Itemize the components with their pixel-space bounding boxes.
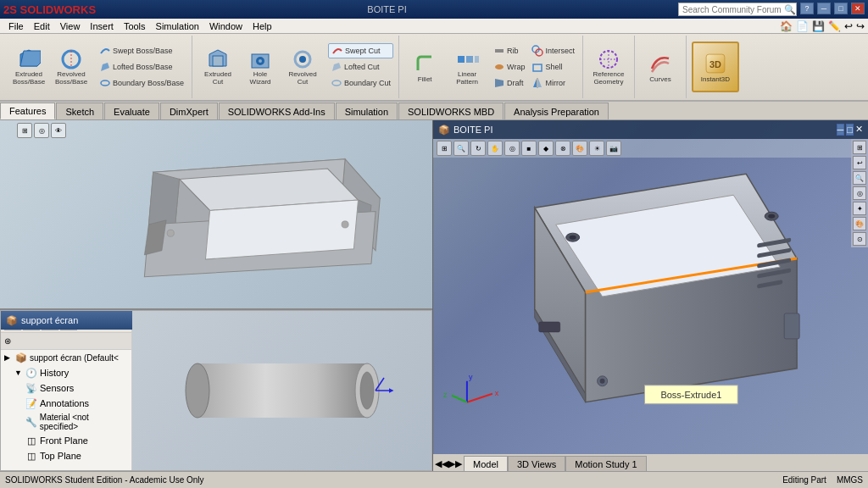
shell-button[interactable]: Shell [529,59,577,75]
tree-root-item[interactable]: ▶ 📦 support écran (Default< [1,350,131,365]
title-left: 2S SOLIDWORKS [3,3,96,16]
menu-bar: File Edit View Insert Tools Simulation W… [0,19,868,34]
hole-wizard-button[interactable]: HoleWizard [240,44,281,90]
tab-sketch[interactable]: Sketch [56,103,103,119]
revolved-boss-base-button[interactable]: RevolvedBoss/Base [51,44,92,90]
lofted-cut-label: Lofted Cut [344,63,380,71]
tab-dimxpert[interactable]: DimXpert [160,103,218,119]
menu-edit[interactable]: Edit [29,19,55,34]
view-hide-btn[interactable]: 👁 [51,123,66,138]
fillet-button[interactable]: Fillet [404,44,445,90]
boundary-cut-button[interactable]: Boundary Cut [328,75,393,91]
model-tab-3dviews[interactable]: 3D Views [508,456,565,471]
tree-sensors-label: Sensors [40,383,74,393]
reference-buttons: ReferenceGeometry [588,37,629,97]
rt-btn-4[interactable]: ◎ [853,186,866,200]
tree-annotations-item[interactable]: 📝 Annotations [1,396,131,411]
tab-simulation[interactable]: Simulation [336,103,398,119]
linear-pattern-icon [455,47,479,71]
menu-window[interactable]: Window [204,19,248,34]
reference-geometry-button[interactable]: ReferenceGeometry [588,44,629,90]
swept-boss-label: Swept Boss/Base [113,47,173,55]
revolved-cut-button[interactable]: RevolvedCut [282,44,323,90]
tab-scroll-arrows[interactable]: ◀◀▶▶ [433,457,464,471]
swept-boss-button[interactable]: Swept Boss/Base [97,43,186,58]
tree-history-item[interactable]: ▼ 🕐 History [1,365,131,380]
right-close-btn[interactable]: ✕ [855,124,863,136]
boundary-cut-label: Boundary Cut [344,79,391,87]
menu-help[interactable]: Help [248,19,277,34]
swept-cut-label: Swept Cut [345,47,381,55]
menu-tools[interactable]: Tools [119,19,151,34]
rt-btn-5[interactable]: ✦ [853,202,866,215]
rt-btn-7[interactable]: ⊙ [853,232,866,246]
rib-button[interactable]: Rib [491,43,527,58]
model-tab-motion[interactable]: Motion Study 1 [565,456,646,471]
lofted-boss-label: Lofted Boss/Base [113,63,173,71]
tree-front-plane-item[interactable]: ◫ Front Plane [1,433,131,448]
search-bar[interactable]: 🔍 [678,3,797,16]
rt-btn-6[interactable]: 🎨 [853,217,866,230]
tab-evaluate[interactable]: Evaluate [104,103,159,119]
menu-view[interactable]: View [55,19,86,34]
top-viewport[interactable]: ⊞ ◎ 👁 [0,120,432,310]
search-icon[interactable]: 🔍 [784,4,796,15]
lofted-boss-button[interactable]: Lofted Boss/Base [97,59,186,75]
menu-insert[interactable]: Insert [85,19,119,34]
tab-features[interactable]: Features [0,103,55,119]
view-orient-btn[interactable]: ⊞ [17,123,32,138]
lofted-cut-button[interactable]: Lofted Cut [328,59,393,75]
minimize-button[interactable]: ─ [817,3,831,14]
linear-pattern-button[interactable]: LinearPattern [447,44,487,90]
search-input[interactable] [682,5,784,14]
mirror-button[interactable]: Mirror [529,75,577,91]
tree-root-label: support écran (Default< [30,353,119,363]
svg-text:3D: 3D [709,58,721,69]
svg-point-5 [101,80,109,86]
extruded-boss-base-button[interactable]: ExtrudedBoss/Base [8,44,49,90]
curves-button[interactable]: Curves [640,44,681,90]
tab-mbd[interactable]: SOLIDWORKS MBD [398,103,504,119]
right-3d-panel[interactable]: 📦 BOITE PI ─ □ ✕ ⊞ 🔍 ↻ ✋ ◎ ■ ◆ ⊗ 🎨 ☀ 📷 ⊞… [432,120,868,471]
question-button[interactable]: ? [800,3,814,14]
svg-point-14 [332,80,341,86]
extruded-cut-button[interactable]: ExtrudedCut [198,44,238,90]
svg-rect-67 [784,313,799,339]
restore-button[interactable]: □ [834,3,848,14]
swept-cut-button[interactable]: Swept Cut [328,43,393,58]
rt-btn-2[interactable]: ↩ [853,156,866,169]
draft-button[interactable]: Draft [491,75,527,91]
tab-analysis[interactable]: Analysis Preparation [504,103,609,119]
curves-buttons: Curves [640,37,681,97]
bottom-viewport[interactable] [132,311,431,470]
boundary-boss-label: Boundary Boss/Base [113,79,184,87]
tree-material-item[interactable]: 🔧 Material <not specified> [1,411,131,433]
tree-top-plane-item[interactable]: ◫ Top Plane [1,448,131,463]
rt-btn-1[interactable]: ⊞ [853,141,866,154]
features-small-group-2: Intersect Shell Mirror [529,43,577,91]
menu-simulation[interactable]: Simulation [151,19,204,34]
right-maximize-btn[interactable]: □ [846,124,854,136]
boundary-boss-button[interactable]: Boundary Boss/Base [97,75,186,91]
model-tab-model[interactable]: Model [464,456,508,471]
hole-wizard-label: HoleWizard [250,71,271,86]
toolbar-icon-2: 📄 [796,20,809,32]
wrap-button[interactable]: Wrap [491,59,527,75]
view-display-btn[interactable]: ◎ [34,123,49,138]
right-minimize-btn[interactable]: ─ [837,124,845,136]
tab-addins[interactable]: SOLIDWORKS Add-Ins [219,103,335,119]
fillet-label: Fillet [418,75,432,83]
features-buttons: Fillet LinearPattern Rib [404,37,577,97]
instant3d-button[interactable]: 3D Instant3D [692,42,739,92]
boss-base-buttons: ExtrudedBoss/Base RevolvedBoss/Base Swep… [8,37,186,97]
svg-marker-23 [533,64,542,71]
rt-btn-3[interactable]: 🔍 [853,171,866,185]
close-button[interactable]: ✕ [851,3,865,14]
intersect-button[interactable]: Intersect [529,43,577,58]
material-icon: 🔧 [25,416,37,428]
svg-line-72 [467,394,492,402]
tree-sensors-item[interactable]: 📡 Sensors [1,380,131,396]
panel-content: 🌳 📋 ⊞ 🔍 ⊛ ▶ 📦 support écran (Default< [1,311,431,470]
menu-file[interactable]: File [3,19,29,34]
svg-point-58 [570,236,576,240]
